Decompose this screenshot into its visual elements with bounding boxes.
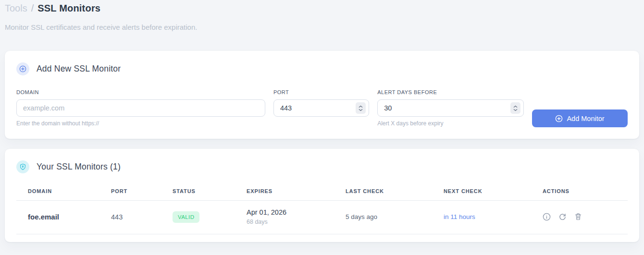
port-field-group: PORT — [273, 89, 369, 117]
monitors-table: DOMAIN PORT STATUS EXPIRES LAST CHECK NE… — [16, 183, 628, 234]
cell-actions — [543, 201, 628, 234]
col-header-next-check: NEXT CHECK — [444, 183, 543, 201]
add-card-title: Add New SSL Monitor — [37, 64, 121, 74]
add-monitor-card: Add New SSL Monitor DOMAIN Enter the dom… — [5, 51, 639, 139]
alert-days-field-group: ALERT DAYS BEFORE Alert X days before ex… — [377, 89, 524, 127]
breadcrumb-separator: / — [31, 3, 34, 14]
breadcrumb: Tools / SSL Monitors — [5, 3, 639, 14]
page-title: SSL Monitors — [37, 3, 100, 14]
port-input[interactable] — [273, 99, 369, 117]
page-subtitle: Monitor SSL certificates and receive ale… — [5, 23, 639, 31]
table-header-row: DOMAIN PORT STATUS EXPIRES LAST CHECK NE… — [16, 183, 628, 201]
domain-label: DOMAIN — [16, 89, 265, 95]
domain-field-group: DOMAIN Enter the domain without https:// — [16, 89, 265, 127]
chevron-up-icon — [359, 105, 363, 108]
alert-days-label: ALERT DAYS BEFORE — [377, 89, 524, 95]
chevron-up-icon — [513, 105, 518, 108]
add-card-header: Add New SSL Monitor — [16, 62, 628, 75]
shield-icon — [16, 160, 29, 173]
add-monitor-button-label: Add Monitor — [567, 115, 604, 122]
delete-action-button[interactable] — [574, 213, 582, 221]
col-header-actions: ACTIONS — [543, 183, 628, 201]
info-icon — [543, 213, 551, 221]
cell-port: 443 — [111, 201, 173, 234]
monitors-list-card: Your SSL Monitors (1) DOMAIN PORT STATUS… — [5, 149, 639, 242]
port-stepper[interactable] — [356, 102, 366, 114]
ssl-monitors-page: Tools / SSL Monitors Monitor SSL certifi… — [0, 0, 644, 242]
alert-days-help-text: Alert X days before expiry — [377, 120, 524, 127]
col-header-domain: DOMAIN — [16, 183, 111, 201]
chevron-down-icon — [513, 109, 518, 111]
alert-days-input[interactable] — [377, 99, 524, 117]
cell-next-check: in 11 hours — [444, 201, 543, 234]
col-header-port: PORT — [111, 183, 173, 201]
col-header-expires: EXPIRES — [247, 183, 346, 201]
chevron-down-icon — [359, 109, 363, 111]
cell-domain: foe.email — [16, 201, 111, 234]
cell-expires: Apr 01, 2026 68 days — [247, 201, 346, 234]
monitors-card-title: Your SSL Monitors (1) — [37, 162, 121, 172]
status-badge: VALID — [173, 211, 199, 223]
expires-days-remaining: 68 days — [247, 219, 346, 225]
add-monitor-form: DOMAIN Enter the domain without https://… — [16, 89, 628, 127]
refresh-icon — [558, 213, 567, 221]
domain-help-text: Enter the domain without https:// — [16, 120, 265, 127]
domain-input[interactable] — [16, 99, 265, 117]
expires-date: Apr 01, 2026 — [247, 208, 346, 216]
breadcrumb-tools-link[interactable]: Tools — [5, 3, 27, 14]
port-label: PORT — [273, 89, 369, 95]
plus-circle-icon — [555, 115, 563, 122]
table-row: foe.email 443 VALID Apr 01, 2026 68 days… — [16, 201, 628, 234]
plus-circle-icon — [16, 62, 29, 75]
trash-icon — [574, 213, 582, 221]
add-monitor-button[interactable]: Add Monitor — [532, 109, 628, 127]
alert-days-stepper[interactable] — [510, 102, 520, 114]
row-actions — [543, 213, 628, 221]
monitors-card-header: Your SSL Monitors (1) — [16, 160, 628, 173]
info-action-button[interactable] — [543, 213, 551, 221]
cell-last-check: 5 days ago — [346, 201, 444, 234]
col-header-last-check: LAST CHECK — [346, 183, 444, 201]
col-header-status: STATUS — [173, 183, 247, 201]
refresh-action-button[interactable] — [558, 213, 567, 221]
cell-status: VALID — [173, 201, 247, 234]
